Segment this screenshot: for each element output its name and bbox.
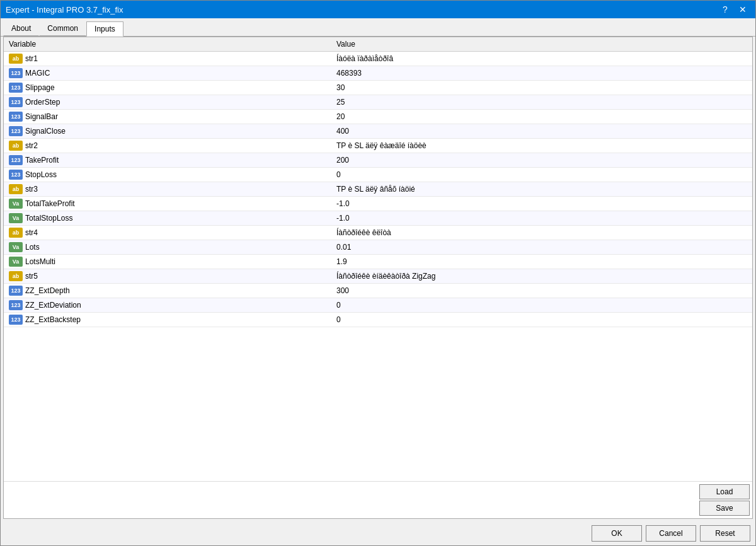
type-badge: 123: [9, 126, 23, 136]
value-cell: 200: [331, 153, 752, 168]
col-variable-header: Variable: [4, 37, 331, 52]
variable-cell: 123ZZ_ExtDepth: [4, 284, 331, 298]
value-cell: Íàñòðîéêè èíäèêàòîðà ZigZag: [331, 269, 752, 284]
variable-name: MAGIC: [25, 69, 50, 78]
variable-cell: 123ZZ_ExtDeviation: [4, 298, 331, 313]
type-badge: 123: [9, 68, 23, 78]
variable-cell: VaLots: [4, 240, 331, 255]
type-badge: 123: [9, 112, 23, 122]
load-button[interactable]: Load: [699, 484, 750, 499]
variable-name: OrderStep: [25, 98, 60, 107]
value-cell: 30: [331, 81, 752, 95]
tabbar: About Common Inputs: [1, 18, 755, 37]
variable-cell: 123SignalBar: [4, 110, 331, 124]
value-cell: 300: [331, 284, 752, 298]
type-badge: 123: [9, 286, 23, 296]
window-title: Expert - Integral PRO 3.7_fix_fix: [6, 5, 123, 15]
table-row: 123StopLoss0: [4, 168, 752, 182]
value-cell: TP è SL äëÿ êàæäîé íàöèè: [331, 139, 752, 153]
table-row: 123SignalBar20: [4, 110, 752, 124]
type-badge: ab: [9, 271, 23, 281]
variable-name: SignalBar: [25, 112, 58, 121]
value-cell: Íàóëà ïàðàìåòðîâ: [331, 52, 752, 66]
table-row: abstr4Íàñòðîéêè êëîòà: [4, 226, 752, 240]
save-button[interactable]: Save: [699, 501, 750, 516]
titlebar: Expert - Integral PRO 3.7_fix_fix ? ✕: [1, 1, 755, 18]
type-badge: Va: [9, 213, 23, 223]
table-row: abstr2TP è SL äëÿ êàæäîé íàöèè: [4, 139, 752, 153]
table-row: VaLotsMulti1.9: [4, 255, 752, 269]
tab-about[interactable]: About: [3, 21, 39, 36]
variable-name: ZZ_ExtDepth: [25, 286, 70, 295]
type-badge: ab: [9, 141, 23, 151]
type-badge: 123: [9, 315, 23, 325]
table-row: VaTotalStopLoss-1.0: [4, 211, 752, 226]
value-cell: 0: [331, 168, 752, 182]
value-cell: 1.9: [331, 255, 752, 269]
type-badge: 123: [9, 300, 23, 310]
col-value-header: Value: [331, 37, 752, 52]
main-window: Expert - Integral PRO 3.7_fix_fix ? ✕ Ab…: [0, 0, 756, 546]
table-row: VaLots0.01: [4, 240, 752, 255]
variable-name: str4: [25, 228, 38, 237]
variable-name: ZZ_ExtDeviation: [25, 301, 81, 310]
bottom-bar: OK Cancel Reset: [1, 521, 755, 545]
variable-name: TotalStopLoss: [25, 214, 72, 223]
variable-cell: abstr3: [4, 182, 331, 197]
help-button[interactable]: ?: [718, 3, 733, 16]
variable-name: TakeProfit: [25, 156, 59, 165]
variable-cell: VaTotalTakeProfit: [4, 197, 331, 211]
value-cell: 468393: [331, 66, 752, 81]
table-row: abstr5Íàñòðîéêè èíäèêàòîðà ZigZag: [4, 269, 752, 284]
value-cell: 0: [331, 298, 752, 313]
variable-cell: 123Slippage: [4, 81, 331, 95]
variable-cell: 123ZZ_ExtBackstep: [4, 313, 331, 327]
type-badge: 123: [9, 97, 23, 107]
value-cell: -1.0: [331, 211, 752, 226]
variable-cell: 123MAGIC: [4, 66, 331, 81]
variable-name: str3: [25, 185, 38, 194]
type-badge: ab: [9, 184, 23, 194]
table-container: Variable Value abstr1Íàóëà ïàðàìåòðîâ123…: [4, 37, 752, 481]
variable-cell: abstr5: [4, 269, 331, 284]
close-button[interactable]: ✕: [735, 3, 750, 16]
variable-name: TotalTakeProfit: [25, 199, 75, 208]
variable-name: StopLoss: [25, 170, 57, 179]
cancel-button[interactable]: Cancel: [646, 525, 696, 542]
tab-inputs[interactable]: Inputs: [86, 21, 123, 37]
content-area: Variable Value abstr1Íàóëà ïàðàìåòðîâ123…: [3, 37, 753, 519]
value-cell: Íàñòðîéêè êëîòà: [331, 226, 752, 240]
tab-common[interactable]: Common: [39, 21, 86, 36]
value-cell: 0.01: [331, 240, 752, 255]
variables-table: Variable Value abstr1Íàóëà ïàðàìåòðîâ123…: [4, 37, 752, 327]
type-badge: 123: [9, 170, 23, 180]
variable-cell: 123TakeProfit: [4, 153, 331, 168]
table-row: 123TakeProfit200: [4, 153, 752, 168]
table-row: 123ZZ_ExtDeviation0: [4, 298, 752, 313]
variable-cell: 123SignalClose: [4, 124, 331, 139]
variable-cell: VaLotsMulti: [4, 255, 331, 269]
content-footer: Load Save: [4, 481, 752, 518]
table-row: 123SignalClose400: [4, 124, 752, 139]
variable-name: Slippage: [25, 83, 55, 92]
variable-cell: VaTotalStopLoss: [4, 211, 331, 226]
value-cell: 20: [331, 110, 752, 124]
variable-name: Lots: [25, 243, 40, 252]
variable-cell: abstr1: [4, 52, 331, 66]
variable-name: SignalClose: [25, 127, 66, 136]
variable-cell: abstr2: [4, 139, 331, 153]
value-cell: 400: [331, 124, 752, 139]
variable-name: LotsMulti: [25, 257, 55, 266]
variable-name: ZZ_ExtBackstep: [25, 315, 81, 324]
table-row: VaTotalTakeProfit-1.0: [4, 197, 752, 211]
type-badge: ab: [9, 228, 23, 238]
variable-name: str2: [25, 141, 38, 150]
type-badge: ab: [9, 54, 23, 64]
type-badge: 123: [9, 83, 23, 93]
reset-button[interactable]: Reset: [700, 525, 750, 542]
table-row: abstr1Íàóëà ïàðàìåòðîâ: [4, 52, 752, 66]
variable-cell: 123OrderStep: [4, 95, 331, 110]
type-badge: Va: [9, 199, 23, 209]
variable-name: str5: [25, 272, 38, 281]
ok-button[interactable]: OK: [592, 525, 642, 542]
